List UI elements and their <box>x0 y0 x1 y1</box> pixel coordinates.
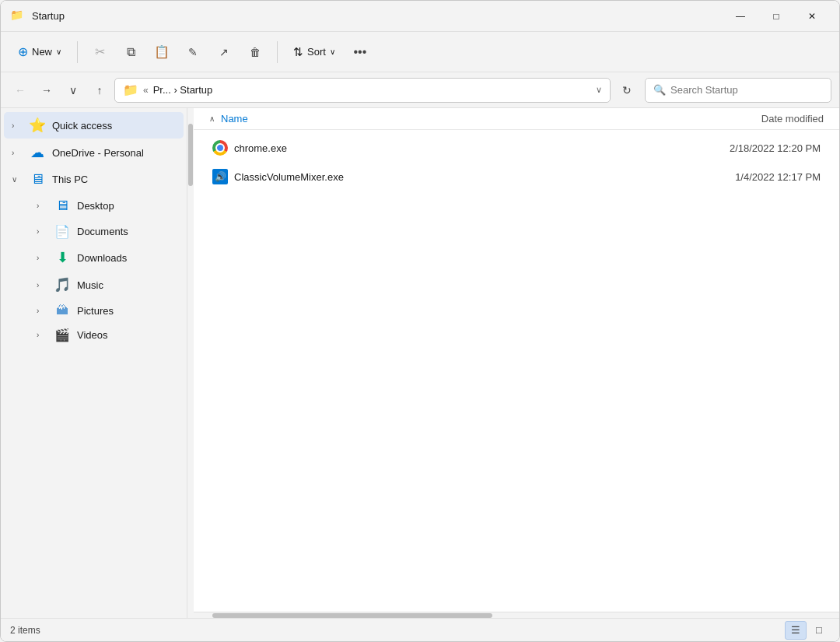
back-icon: ← <box>15 84 26 96</box>
sort-button[interactable]: ⇅ Sort ∨ <box>285 38 343 66</box>
forward-icon: → <box>41 84 52 96</box>
new-chevron-icon: ∨ <box>56 47 61 56</box>
sidebar-item-desktop[interactable]: › 🖥 Desktop <box>4 193 184 219</box>
sidebar-item-label: Downloads <box>77 252 127 264</box>
sidebar: › ⭐ Quick access › ☁ OneDrive - Personal… <box>1 108 187 618</box>
main-area: › ⭐ Quick access › ☁ OneDrive - Personal… <box>1 108 839 618</box>
forward-button[interactable]: → <box>35 79 58 102</box>
sidebar-item-music[interactable]: › 🎵 Music <box>4 272 184 298</box>
window-title: Startup <box>32 10 723 22</box>
window-icon: 📁 <box>10 9 26 24</box>
sidebar-item-label: OneDrive - Personal <box>52 147 144 159</box>
chevron-right-icon: › <box>37 254 47 262</box>
share-button[interactable]: ↗ <box>210 38 238 66</box>
search-box[interactable]: 🔍 <box>645 78 831 103</box>
column-name-header[interactable]: Name <box>221 113 668 125</box>
status-count: 2 items <box>10 625 40 636</box>
up-icon: ↑ <box>97 84 103 96</box>
column-date-header[interactable]: Date modified <box>668 113 824 125</box>
sidebar-item-documents[interactable]: › 📄 Documents <box>4 219 184 244</box>
horizontal-scrollbar[interactable] <box>194 612 839 618</box>
delete-icon: 🗑 <box>250 46 261 58</box>
plus-icon: ⊕ <box>18 44 28 59</box>
new-button[interactable]: ⊕ New ∨ <box>10 38 69 66</box>
view-toggle-buttons: ☰ □ <box>785 621 830 640</box>
maximize-button[interactable]: □ <box>758 4 794 29</box>
address-chevron-icon: ∨ <box>596 85 602 95</box>
cut-button[interactable]: ✂ <box>86 38 114 66</box>
back-button[interactable]: ← <box>9 79 32 102</box>
chevron-right-icon: › <box>37 281 47 289</box>
file-list: chrome.exe 2/18/2022 12:20 PM 🔊 ClassicV… <box>194 130 839 612</box>
sidebar-item-label: Music <box>77 279 103 291</box>
close-button[interactable]: ✕ <box>794 4 830 29</box>
chevron-right-icon: › <box>12 121 23 130</box>
sidebar-item-label: Pictures <box>77 305 114 317</box>
horizontal-scrollbar-thumb[interactable] <box>212 613 492 618</box>
file-row[interactable]: chrome.exe 2/18/2022 12:20 PM <box>197 134 836 162</box>
pictures-icon: 🏔 <box>54 303 71 317</box>
sidebar-item-pictures[interactable]: › 🏔 Pictures <box>4 299 184 322</box>
tiles-view-button[interactable]: □ <box>808 621 830 640</box>
chevron-down-icon: ∨ <box>69 84 77 96</box>
desktop-icon: 🖥 <box>54 198 71 214</box>
chevron-right-icon: › <box>37 202 47 210</box>
sidebar-item-onedrive[interactable]: › ☁ OneDrive - Personal <box>4 139 184 166</box>
cut-icon: ✂ <box>95 44 105 59</box>
column-name-label: Name <box>221 113 248 125</box>
chrome-icon <box>212 140 228 156</box>
paste-icon: 📋 <box>154 44 170 59</box>
sidebar-item-label: Documents <box>77 226 128 237</box>
refresh-button[interactable]: ↻ <box>615 79 639 102</box>
file-list-header: ∧ Name Date modified <box>194 108 839 130</box>
search-input[interactable] <box>670 84 823 96</box>
file-area: ∧ Name Date modified chrome.exe 2/18/202… <box>194 108 839 618</box>
details-view-button[interactable]: ☰ <box>785 621 807 640</box>
file-name: chrome.exe <box>234 142 665 154</box>
rename-button[interactable]: ✎ <box>179 38 207 66</box>
sidebar-item-label: Quick access <box>52 120 112 132</box>
sidebar-item-videos[interactable]: › 🎬 Videos <box>4 323 184 347</box>
title-bar: 📁 Startup — □ ✕ <box>1 1 839 32</box>
sort-chevron-icon: ∨ <box>330 47 335 56</box>
chevron-right-icon: › <box>37 331 47 339</box>
sidebar-item-this-pc[interactable]: ∨ 🖥 This PC <box>4 167 184 192</box>
breadcrumb-path: Pr... › Startup <box>153 84 591 96</box>
address-bar[interactable]: 📁 « Pr... › Startup ∨ <box>114 78 611 103</box>
sort-label: Sort <box>307 46 326 58</box>
more-options-button[interactable]: ••• <box>346 38 374 66</box>
chevron-right-icon: › <box>37 307 47 315</box>
sidebar-item-label: Videos <box>77 329 108 341</box>
sidebar-item-quick-access[interactable]: › ⭐ Quick access <box>4 112 184 139</box>
delete-button[interactable]: 🗑 <box>241 38 269 66</box>
chevron-right-icon: › <box>12 149 23 157</box>
copy-button[interactable]: ⧉ <box>117 38 145 66</box>
volume-mixer-icon: 🔊 <box>212 169 228 184</box>
chevron-down-icon: ∨ <box>12 175 23 184</box>
copy-icon: ⧉ <box>127 45 135 59</box>
quick-access-icon: ⭐ <box>29 117 46 134</box>
search-icon: 🔍 <box>653 84 666 96</box>
folder-icon: 📁 <box>123 82 138 97</box>
sidebar-item-downloads[interactable]: › ⬇ Downloads <box>4 244 184 271</box>
sidebar-scrollbar[interactable] <box>187 108 194 618</box>
sidebar-item-label: Desktop <box>77 200 114 212</box>
recent-locations-button[interactable]: ∨ <box>61 79 85 102</box>
window-controls: — □ ✕ <box>723 4 830 29</box>
minimize-button[interactable]: — <box>723 4 758 29</box>
paste-button[interactable]: 📋 <box>148 38 176 66</box>
share-icon: ↗ <box>219 46 229 58</box>
new-label: New <box>32 46 52 58</box>
more-icon: ••• <box>353 45 366 59</box>
sidebar-scrollbar-thumb[interactable] <box>188 124 193 186</box>
file-date: 1/4/2022 12:17 PM <box>665 171 821 183</box>
downloads-icon: ⬇ <box>54 249 71 266</box>
tiles-view-icon: □ <box>816 624 822 636</box>
toolbar: ⊕ New ∨ ✂ ⧉ 📋 ✎ ↗ 🗑 ⇅ Sort ∨ •• <box>1 32 839 72</box>
sort-icon: ⇅ <box>293 45 303 59</box>
up-directory-button[interactable]: ↑ <box>88 79 111 102</box>
sidebar-item-label: This PC <box>52 174 88 185</box>
breadcrumb-separator: « <box>143 85 149 96</box>
sort-direction-icon: ∧ <box>209 114 215 123</box>
file-row[interactable]: 🔊 ClassicVolumeMixer.exe 1/4/2022 12:17 … <box>197 163 836 191</box>
